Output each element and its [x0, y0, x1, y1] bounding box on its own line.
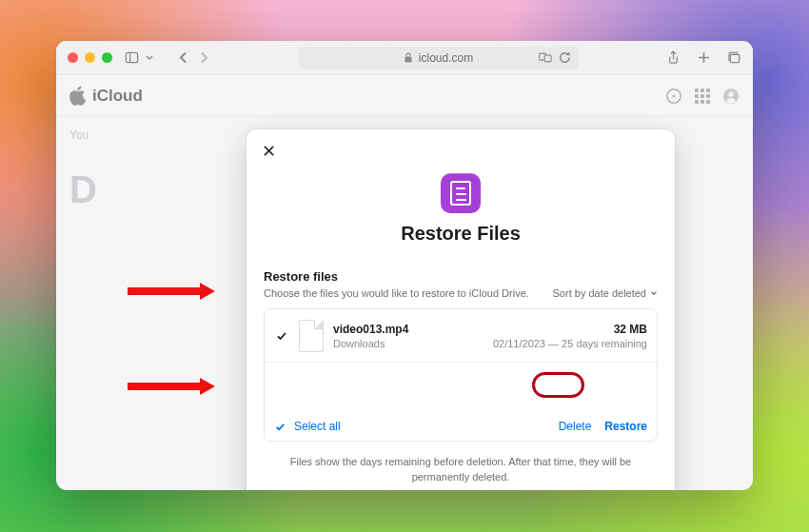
address-bar[interactable]: icloud.com — [299, 47, 579, 69]
icloud-header: iCloud — [56, 75, 753, 117]
close-window-button[interactable] — [68, 52, 78, 63]
select-all-button[interactable]: Select all — [274, 420, 341, 433]
close-modal-button[interactable]: ✕ — [262, 141, 276, 162]
chevron-down-icon[interactable] — [145, 50, 154, 66]
delete-button[interactable]: Delete — [559, 420, 592, 433]
chevron-down-icon — [650, 289, 658, 297]
svg-rect-7 — [730, 54, 739, 62]
modal-title: Restore Files — [264, 223, 658, 245]
apple-logo-icon — [69, 88, 87, 105]
checkmark-icon — [274, 421, 286, 433]
section-subtitle: Choose the files you would like to resto… — [264, 287, 529, 299]
minimize-window-button[interactable] — [85, 52, 95, 63]
file-deleted-info: 02/11/2023 — 25 days remaining — [493, 338, 647, 349]
safari-toolbar: icloud.com — [56, 41, 753, 75]
select-all-label: Select all — [294, 420, 341, 433]
new-tab-icon[interactable] — [696, 50, 711, 66]
safari-window: icloud.com — [56, 41, 753, 490]
file-row[interactable]: video013.mp4 Downloads 32 MB 02/11/2023 … — [265, 309, 657, 363]
tabs-overview-icon[interactable] — [726, 50, 741, 66]
desktop-wallpaper: icloud.com — [0, 0, 809, 532]
help-text: Files show the days remaining before del… — [264, 455, 658, 490]
list-empty-space — [265, 363, 657, 412]
address-bar-host: icloud.com — [419, 51, 473, 65]
icloud-brand-label: iCloud — [92, 87, 143, 106]
deleted-files-list: video013.mp4 Downloads 32 MB 02/11/2023 … — [264, 308, 658, 442]
svg-point-9 — [672, 94, 675, 97]
svg-rect-0 — [126, 52, 137, 62]
lock-icon — [404, 53, 413, 63]
file-checkbox[interactable] — [274, 328, 289, 344]
help-line-1: Files show the days remaining before del… — [273, 455, 648, 485]
window-controls — [68, 52, 112, 63]
sidebar-toggle-icon[interactable] — [124, 50, 139, 66]
sort-label: Sort by date deleted — [553, 287, 646, 299]
forward-button-icon[interactable] — [196, 50, 211, 66]
svg-rect-2 — [404, 57, 411, 63]
back-button-icon[interactable] — [175, 50, 190, 66]
svg-point-11 — [728, 91, 733, 96]
file-size: 32 MB — [493, 323, 647, 336]
file-name: video013.mp4 — [333, 323, 483, 336]
notice-icon[interactable] — [665, 88, 682, 105]
share-icon[interactable] — [665, 50, 681, 66]
file-location: Downloads — [333, 338, 483, 349]
app-launcher-icon[interactable] — [694, 88, 711, 105]
restore-files-modal: ✕ Restore Files Restore files Choose the… — [247, 129, 675, 490]
section-title: Restore files — [264, 269, 658, 284]
restore-files-app-icon — [441, 173, 481, 213]
close-icon: ✕ — [262, 142, 276, 161]
file-icon — [299, 320, 324, 352]
translate-icon[interactable] — [539, 52, 552, 64]
account-icon[interactable] — [722, 88, 740, 105]
svg-rect-4 — [544, 55, 551, 62]
zoom-window-button[interactable] — [102, 52, 112, 63]
sort-dropdown[interactable]: Sort by date deleted — [553, 287, 658, 299]
restore-button[interactable]: Restore — [604, 420, 647, 433]
reload-icon[interactable] — [558, 50, 573, 66]
list-actions-bar: Select all Delete Restore — [265, 412, 657, 441]
